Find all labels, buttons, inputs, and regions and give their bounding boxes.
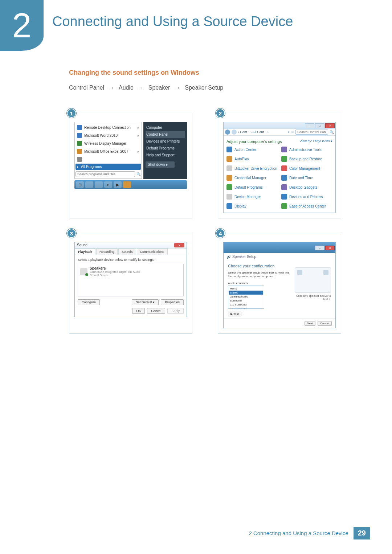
start-menu-item[interactable]: Wireless Display Manager [75,140,141,147]
tab-recording[interactable]: Recording [96,249,118,255]
cp-item[interactable]: Device Manager [226,194,278,200]
app-icon [77,133,82,138]
close-button[interactable]: ✕ [174,243,184,247]
taskbar-item[interactable] [85,181,93,188]
close-button[interactable]: ✕ [325,246,335,250]
start-right-item[interactable]: Help and Support [146,152,185,159]
start-right-item[interactable]: Computer [146,124,185,131]
chevron-right-icon: ▸ [138,134,139,138]
step-3-screenshot: 3 Sound ✕ Playback Recording Sounds Comm… [69,233,192,334]
playback-device-list[interactable]: Speakers SoundMAX Integrated Digital HD … [78,264,184,296]
cp-item[interactable]: Color Management [281,165,332,171]
taskbar-item[interactable]: e [104,181,112,188]
start-menu-item-blank[interactable] [75,156,141,163]
taskbar-item[interactable]: ▶ [114,181,122,188]
backup-icon [281,156,287,162]
start-right-item[interactable]: Devices and Printers [146,138,185,145]
step-2-screenshot: 2 – □ ✕ › Cont... › All Cont... › ▾ ↻ 🔍 [218,113,341,218]
start-right-item[interactable]: Default Programs [146,145,185,152]
maximize-button[interactable]: □ [315,123,324,128]
device-text: Speakers SoundMAX Integrated Digital HD … [90,266,140,277]
gadgets-icon [281,184,287,190]
crumb-label: Speaker Setup [232,255,256,259]
configure-button[interactable]: Configure [78,299,100,305]
speaker-left-icon[interactable] [297,270,302,275]
start-item-label: Wireless Display Manager [84,141,126,145]
minimize-button[interactable]: – [315,246,324,250]
cp-item-label: Credential Manager [234,176,266,180]
sound-content: Select a playback device below to modify… [75,255,187,317]
cp-item[interactable]: Administrative Tools [281,147,332,152]
channel-option[interactable]: Stereo [229,291,263,295]
shutdown-button[interactable]: Shut down ▸ [146,161,175,168]
refresh-icon[interactable]: ↻ [291,130,294,134]
taskbar-item[interactable] [95,181,103,188]
cp-grid: Action Center Administrative Tools AutoP… [226,147,332,209]
next-button[interactable]: Next [305,321,315,326]
tab-playback[interactable]: Playback [75,249,95,255]
tab-communications[interactable]: Communications [137,249,168,255]
cp-item[interactable]: AutoPlay [226,156,278,162]
device-manager-icon [226,194,232,200]
cp-item[interactable]: Credential Manager [226,175,278,181]
step-badge: 1 [66,108,77,118]
speaker-room-diagram [295,267,331,293]
cp-item[interactable]: BitLocker Drive Encryption [226,165,278,171]
start-button[interactable]: ⊞ [76,181,84,188]
properties-button[interactable]: Properties [161,299,184,305]
cp-item[interactable]: Action Center [226,147,278,152]
speaker-icon: 🔊 [226,255,231,259]
cp-item-label: Ease of Access Center [289,204,326,208]
cp-item[interactable]: Backup and Restore [281,156,332,162]
tab-sounds[interactable]: Sounds [118,249,136,255]
playback-device[interactable]: Speakers SoundMAX Integrated Digital HD … [80,266,181,277]
cp-item-label: Device Manager [234,195,261,199]
apply-button[interactable]: Apply [167,308,184,314]
control-panel-search[interactable] [295,130,328,135]
minimize-button[interactable]: – [305,123,314,128]
speaker-right-icon[interactable] [323,270,328,275]
view-by[interactable]: View by: Large icons ▾ [300,139,332,143]
cp-item[interactable]: Default Programs [226,184,278,190]
speaker-icon [80,268,87,275]
address-crumbs[interactable]: › Cont... › All Cont... › [238,130,286,134]
cp-item[interactable]: Date and Time [281,175,332,181]
dropdown-icon[interactable]: ▾ [288,130,290,134]
start-search-input[interactable] [75,171,135,177]
all-programs[interactable]: ▸ All Programs [75,164,141,170]
forward-button[interactable] [232,130,237,135]
channel-option[interactable]: Surround [229,299,263,303]
speaker-setup-left: Choose your configuration Select the spe… [228,264,290,316]
channels-list[interactable]: Mono Stereo Quadraphonic Surround 5.1 Su… [228,286,264,309]
app-icon [77,141,82,146]
start-menu-item[interactable]: Microsoft Office Excel 2007 ▸ [75,148,141,155]
channel-option[interactable]: Mono [229,287,263,291]
tools-icon [281,147,287,152]
channel-option[interactable]: Quadraphonic [229,295,263,299]
cp-item[interactable]: Devices and Printers [281,194,332,200]
cp-item-label: Desktop Gadgets [289,185,317,189]
ok-button[interactable]: OK [132,308,145,314]
start-menu-item[interactable]: Remote Desktop Connection ▸ [75,124,141,131]
start-menu-item[interactable]: Microsoft Word 2010 ▸ [75,132,141,139]
channel-option[interactable]: 5.1 Surround [229,307,263,309]
cancel-button[interactable]: Cancel [147,308,165,314]
taskbar-item[interactable] [123,181,131,188]
channel-option[interactable]: 5.1 Surround [229,303,263,307]
cp-item[interactable]: Ease of Access Center [281,203,332,209]
cancel-button[interactable]: Cancel [318,321,332,326]
chevron-right-icon: ▸ [138,126,139,130]
cp-item[interactable]: Display [226,203,278,209]
set-default-button[interactable]: Set Default ▾ [132,299,159,305]
speaker-setup-body: Choose your configuration Select the spe… [224,260,335,319]
close-button[interactable]: ✕ [325,123,335,128]
step-badge: 2 [215,108,225,118]
test-button[interactable]: ▶ Test [228,312,241,316]
start-menu: Remote Desktop Connection ▸ Microsoft Wo… [74,122,187,179]
crumb-1: Audio [119,85,134,91]
subsection-title: Changing the sound settings on Windows [69,69,356,77]
default-programs-icon [226,184,232,190]
back-button[interactable] [225,130,230,135]
cp-item[interactable]: Desktop Gadgets [281,184,332,190]
start-right-item[interactable]: Control Panel [146,131,185,138]
